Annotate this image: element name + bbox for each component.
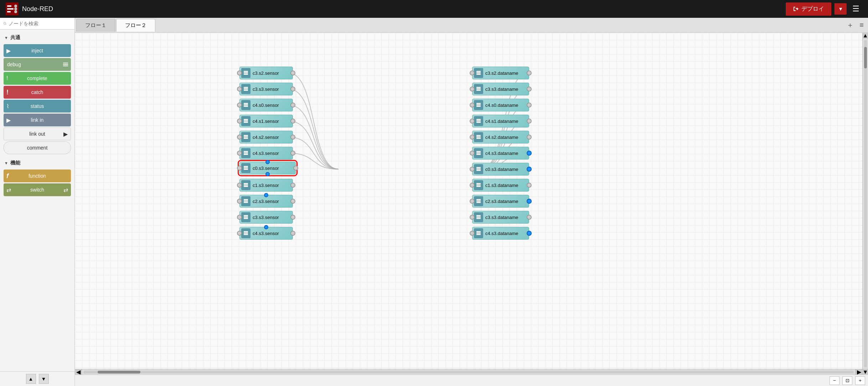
vscroll-track[interactable]	[864, 40, 867, 367]
main-layout: ▼ 共通 ▶ inject debug ! complete ! catch	[0, 18, 868, 386]
node-comment[interactable]: comment	[4, 141, 71, 154]
canvas-node-c4s2sensor[interactable]: c4.s2.sensor	[239, 131, 293, 144]
svg-rect-41	[244, 234, 248, 235]
canvas-node-c2s3sensor[interactable]: c2.s3.sensor	[239, 195, 293, 208]
switch-right-icon: ⇄	[63, 187, 68, 193]
canvas-node-c4s0dataname[interactable]: c4.s0.dataname	[472, 99, 529, 111]
vscroll-down-button[interactable]: ▼	[863, 369, 868, 375]
deploy-icon	[793, 6, 799, 12]
deploy-button[interactable]: デプロイ	[786, 2, 831, 16]
node-debug[interactable]: debug	[4, 58, 71, 71]
node-linkin[interactable]: ▶ link in	[4, 114, 71, 126]
search-input[interactable]	[9, 21, 71, 26]
c3s2sensor-icon	[241, 68, 250, 78]
c4s3sensor2-port-left	[237, 231, 242, 236]
svg-rect-14	[244, 90, 248, 91]
c3s3sensor2-label: c3.s3.sensor	[253, 215, 290, 220]
canvas-node-c3s3sensor2[interactable]: c3.s3.sensor	[239, 211, 293, 224]
c0s3dataname-label: c0.s3.dataname	[485, 167, 526, 172]
svg-rect-24	[244, 151, 248, 152]
c0s3sensor-port-right	[293, 166, 298, 171]
c4s2dataname-port-right	[527, 135, 532, 140]
zoom-reset-button[interactable]: ⊡	[842, 376, 852, 385]
c1s3dataname-port-left	[470, 183, 475, 188]
svg-rect-55	[476, 136, 481, 137]
svg-point-5	[14, 7, 17, 10]
node-linkout[interactable]: link out ▶	[4, 127, 71, 140]
section-common[interactable]: ▼ 共通	[0, 32, 74, 43]
node-switch[interactable]: ⇄ switch ⇄	[4, 183, 71, 196]
svg-rect-49	[476, 104, 481, 105]
node-catch[interactable]: ! catch	[4, 86, 71, 99]
scroll-down-button[interactable]: ▼	[39, 374, 49, 384]
search-icon	[4, 21, 6, 26]
canvas-node-c3s3dataname[interactable]: c3.s3.dataname	[472, 83, 529, 95]
svg-rect-11	[244, 74, 248, 75]
c4s1sensor-label: c4.s1.sensor	[253, 119, 290, 124]
canvas-node-c2s3dataname[interactable]: c2.s3.dataname	[472, 195, 529, 208]
svg-rect-34	[244, 200, 248, 202]
node-inject[interactable]: ▶ inject	[4, 44, 71, 57]
c1s3sensor-label: c1.s3.sensor	[253, 183, 290, 188]
status-wave-icon: ⌇	[6, 103, 9, 110]
canvas-node-c4s1sensor[interactable]: c4.s1.sensor	[239, 115, 293, 127]
canvas-node-c1s3dataname[interactable]: c1.s3.dataname	[472, 179, 529, 192]
canvas-node-c4s1dataname[interactable]: c4.s1.dataname	[472, 115, 529, 127]
svg-rect-16	[244, 104, 248, 105]
flow-canvas[interactable]: c3.s2.sensor c3.s3.sensor	[75, 33, 862, 369]
hscroll-right-button[interactable]: ▶	[855, 369, 862, 375]
tab-flow1[interactable]: フロー１	[76, 19, 115, 32]
svg-rect-29	[244, 169, 248, 170]
tab-list-button[interactable]: ≡	[857, 20, 867, 31]
c0s3dataname-right-blue	[527, 167, 532, 172]
node-complete[interactable]: ! complete	[4, 72, 71, 85]
c3s3dataname-icon	[474, 84, 483, 94]
node-comment-label: comment	[27, 145, 48, 151]
vertical-scrollbar[interactable]: ▲ ▼	[862, 33, 868, 375]
svg-rect-37	[244, 217, 248, 218]
canvas-node-c4s2dataname[interactable]: c4.s2.dataname	[472, 131, 529, 144]
horizontal-scrollbar[interactable]: ◀ ▶	[75, 369, 862, 375]
c3s3dataname-port-right	[527, 87, 532, 92]
svg-rect-68	[476, 202, 481, 203]
c4s3dataname-right-blue	[527, 151, 532, 156]
add-tab-button[interactable]: ＋	[844, 19, 857, 31]
vscroll-up-button[interactable]: ▲	[863, 33, 868, 38]
function-f-icon: f	[6, 172, 9, 180]
menu-button[interactable]: ☰	[849, 3, 862, 15]
canvas-node-c3s2dataname[interactable]: c3.s2.dataname	[472, 67, 529, 79]
node-function[interactable]: f function	[4, 169, 71, 182]
canvas-node-c4s3dataname[interactable]: c4.s3.dataname	[472, 147, 529, 160]
canvas-node-c4s0sensor[interactable]: c4.s0.sensor	[239, 99, 293, 111]
zoom-in-button[interactable]: +	[855, 376, 865, 385]
hscroll-track[interactable]	[83, 371, 854, 374]
canvas-node-c4s3sensor2[interactable]: c4.s3.sensor	[239, 227, 293, 240]
canvas-node-c4s3sensor[interactable]: c4.s3.sensor	[239, 147, 293, 160]
app-title: Node-RED	[22, 5, 53, 13]
tab-flow2[interactable]: フロー２	[116, 19, 155, 32]
canvas-node-c3s3sensor[interactable]: c3.s3.sensor	[239, 83, 293, 95]
svg-rect-39	[244, 231, 248, 232]
section-function[interactable]: ▼ 機能	[0, 158, 74, 168]
c4s1dataname-port-left	[470, 119, 475, 124]
canvas-node-c0s3sensor[interactable]: c0.s3.sensor	[239, 162, 296, 174]
canvas-node-c4s3dataname2[interactable]: c4.s3.dataname	[472, 227, 529, 240]
zoom-out-button[interactable]: −	[830, 376, 839, 385]
hscroll-thumb[interactable]	[98, 371, 140, 374]
section-function-arrow: ▼	[4, 161, 8, 165]
vscroll-thumb[interactable]	[864, 47, 867, 68]
svg-rect-57	[476, 151, 481, 152]
canvas-node-c0s3dataname[interactable]: c0.s3.dataname	[472, 163, 529, 176]
hscroll-left-button[interactable]: ◀	[75, 369, 82, 375]
header-left: Node-RED	[6, 2, 53, 15]
canvas-node-c3s2sensor[interactable]: c3.s2.sensor	[239, 67, 293, 79]
deploy-dropdown-button[interactable]: ▼	[834, 3, 847, 15]
canvas-node-c1s3sensor[interactable]: c1.s3.sensor	[239, 179, 293, 192]
c1s3dataname-label: c1.s3.dataname	[485, 183, 526, 188]
node-status[interactable]: ⌇ status	[4, 100, 71, 113]
svg-rect-25	[244, 152, 248, 153]
scroll-up-button[interactable]: ▲	[26, 374, 36, 384]
c3s3sensor-label: c3.s3.sensor	[253, 87, 290, 92]
svg-rect-27	[244, 166, 248, 167]
canvas-node-c3s3dataname2[interactable]: c3.s3.dataname	[472, 211, 529, 224]
